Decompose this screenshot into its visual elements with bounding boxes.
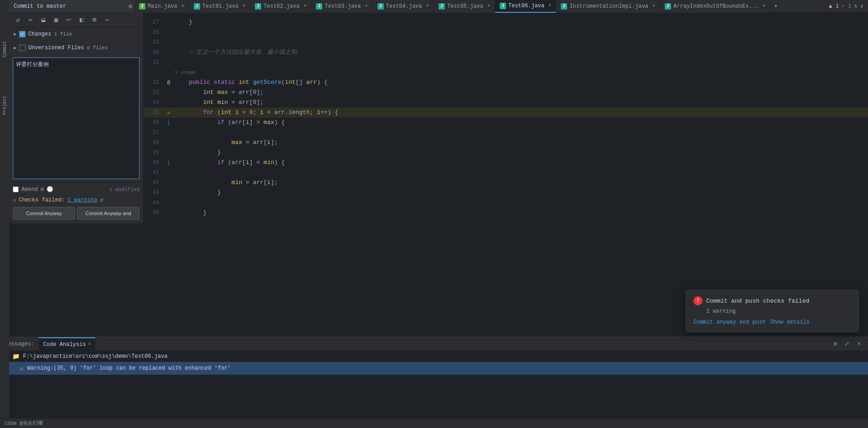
main-java-label: Main.java [148, 3, 177, 10]
amend-row: Amend ⚙ 🕐 1 modified [13, 186, 140, 193]
warning-message: Warning:(35, 9) 'for' loop can be replac… [27, 365, 231, 371]
gutter-36-modified: │ [165, 118, 173, 128]
code-line-33: 33 int max = arr[0]; [144, 88, 868, 98]
unversioned-checkbox[interactable] [19, 45, 26, 51]
more-btn[interactable]: ⋯ [102, 15, 112, 25]
commit-vertical-label[interactable]: Commit [2, 41, 7, 57]
test01-label: Test01.java [202, 3, 238, 10]
tab-test01-java[interactable]: J Test01.java × [189, 0, 250, 13]
test01-icon: J [194, 3, 200, 10]
gear-icon[interactable]: ⚙ [129, 3, 132, 10]
test05-label: Test05.java [447, 3, 483, 10]
panel-expand-icon[interactable]: ⤢ [842, 340, 852, 349]
ok-indicator[interactable]: ✓ 1 [842, 3, 852, 10]
test05-close[interactable]: × [487, 4, 490, 9]
tab-arrayindex-java[interactable]: J ArrayIndexOutOfBoundsEx... × [660, 0, 770, 13]
test06-icon: J [500, 3, 506, 9]
test04-icon: J [377, 3, 384, 10]
code-line-29: 29 [144, 37, 868, 47]
code-line-41: 41 [144, 168, 868, 178]
changes-checkbox[interactable]: ✓ [19, 31, 26, 37]
test04-close[interactable]: × [426, 4, 429, 9]
status-csdn: CSDN @先生打哪 [5, 420, 43, 427]
arrayindex-icon: J [665, 3, 671, 10]
changes-label: Changes [28, 31, 51, 37]
nav-down-btn[interactable]: ∨ [860, 3, 863, 10]
undo-btn[interactable]: ↩ [26, 15, 36, 25]
test03-close[interactable]: × [365, 4, 368, 9]
code-line-28: 28 [144, 27, 868, 37]
tab-test02-java[interactable]: J Test02.java × [250, 0, 311, 13]
tab-main-java[interactable]: J Main.java × [134, 0, 189, 13]
code-line-34: 34 int min = arr[0]; [144, 98, 868, 108]
warning-row[interactable]: ⚠ Warning:(35, 9) 'for' loop can be repl… [0, 362, 868, 375]
code-line-38: 38 max = arr[i]; [144, 138, 868, 148]
stash-btn[interactable]: ▣ [51, 15, 61, 25]
tab-overflow[interactable]: ▾ [770, 3, 781, 10]
unversioned-section: ▶ Unversioned Files 6 files [9, 41, 143, 55]
tab-test03-java[interactable]: J Test03.java × [311, 0, 372, 13]
code-line-35: 35 ⚠ for (int i = 0; i < arr.length; i++… [144, 108, 868, 118]
instrumentation-close[interactable]: × [652, 4, 655, 9]
arrayindex-close[interactable]: × [763, 4, 765, 9]
main-java-icon: J [139, 3, 145, 10]
rollback-btn[interactable]: ⤺ [64, 15, 74, 25]
warning-triangle-icon: ⚠ [13, 196, 16, 203]
warning-indicator[interactable]: ▲ 1 [829, 3, 839, 10]
amend-label: Amend ⚙ 🕐 [13, 186, 53, 193]
code-line-42: 42 min = arr[i]; [144, 178, 868, 188]
tab-test05-java[interactable]: J Test05.java × [434, 0, 495, 13]
code-line-40: 40 │ if (arr[i] < min) { [144, 158, 868, 168]
code-analysis-close[interactable]: × [88, 342, 91, 347]
warning-icon: ⚠ [20, 365, 24, 372]
refresh-checks-icon[interactable]: ↺ [100, 196, 103, 203]
main-java-close[interactable]: × [181, 4, 184, 9]
commit-message-container: 评委打分案例 [9, 55, 143, 182]
arrayindex-label: ArrayIndexOutOfBoundsEx... [673, 3, 759, 10]
shelve-btn[interactable]: ⬓ [38, 15, 48, 25]
code-analysis-tab[interactable]: Code Analysis × [39, 337, 96, 351]
refresh-btn[interactable]: ↺ [13, 15, 23, 25]
test02-label: Test02.java [264, 3, 300, 10]
code-line-27: 27 } [144, 17, 868, 27]
status-bar: CSDN @先生打哪 [0, 418, 868, 428]
tab-test04-java[interactable]: J Test04.java × [373, 0, 434, 13]
code-line-30: 30 //定义一个方法找出最大值、最小值之和 [144, 47, 868, 57]
instrumentation-label: InstrumentationImpl.java [569, 3, 648, 10]
commit-message-input[interactable]: 评委打分案例 [13, 57, 140, 179]
expand-btn[interactable]: ⊞ [89, 15, 99, 25]
test06-close[interactable]: × [548, 3, 551, 8]
clock-icon[interactable]: 🕐 [46, 186, 53, 193]
gear-amend-icon[interactable]: ⚙ [41, 186, 44, 193]
tab-test06-java[interactable]: J Test06.java × [495, 0, 556, 13]
show-details-link[interactable]: Show details [770, 319, 809, 325]
commit-anyway-button[interactable]: Commit Anyway [13, 207, 75, 220]
changes-section: ▶ ✓ Changes 1 file [9, 27, 143, 41]
unversioned-label: Unversioned Files [28, 45, 84, 51]
panel-close-icon[interactable]: × [854, 340, 863, 349]
nav-up-btn[interactable]: ∧ [854, 3, 858, 10]
commit-anyway-push-text: Commit Anyway and [85, 211, 131, 216]
code-line-39: 39 } [144, 148, 868, 158]
changes-header[interactable]: ▶ ✓ Changes 1 file [9, 29, 143, 39]
warning-link[interactable]: 1 warning [67, 197, 97, 203]
file-tree-item[interactable]: ▼ 📁 F:\javapractice\src\com\ssj\demo\Tes… [0, 351, 868, 362]
unversioned-header[interactable]: ▶ Unversioned Files 6 files [9, 43, 143, 53]
sidebar-panel: Commit to master ⚙ — ↺ ↩ ⬓ ▣ ⤺ ◧ ⊞ ⋯ ▶ ✓… [9, 0, 144, 223]
changes-count: 1 file [54, 31, 72, 37]
commit-anyway-push-link[interactable]: Commit anyway and push [693, 319, 765, 325]
instrumentation-icon: J [561, 3, 567, 10]
diff-btn[interactable]: ◧ [77, 15, 87, 25]
notif-title: Commit and push checks failed [706, 298, 809, 304]
notif-warning-count: 1 warning [706, 308, 851, 315]
test02-close[interactable]: × [304, 4, 306, 9]
project-vertical-label[interactable]: Project [2, 96, 7, 115]
tab-instrumentation-java[interactable]: J InstrumentationImpl.java × [556, 0, 660, 13]
bottom-panel-header: Messages: Code Analysis × ⚙ ⤢ × [0, 337, 868, 351]
test01-close[interactable]: × [243, 4, 245, 9]
modified-count: 1 modified [109, 187, 140, 192]
commit-anyway-push-button[interactable]: Commit Anyway and [77, 207, 140, 220]
panel-gear-icon[interactable]: ⚙ [831, 340, 840, 349]
amend-checkbox[interactable] [13, 186, 19, 192]
file-icon: 📁 [12, 353, 20, 360]
